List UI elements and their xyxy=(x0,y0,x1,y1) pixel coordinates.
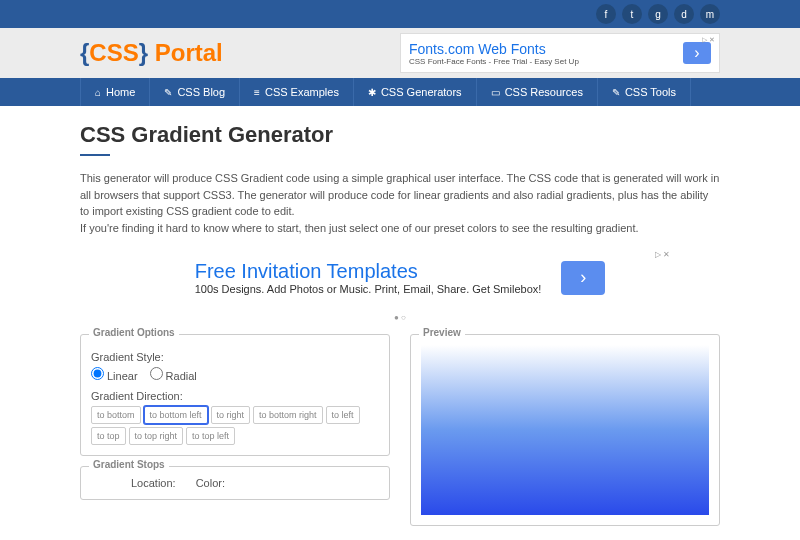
dir-button[interactable]: to bottom right xyxy=(253,406,323,424)
description: This generator will produce CSS Gradient… xyxy=(80,170,720,236)
direction-label: Gradient Direction: xyxy=(91,390,379,402)
panel-title: Gradient Stops xyxy=(89,459,169,470)
nav-resources[interactable]: ▭CSS Resources xyxy=(477,78,598,106)
color-label: Color: xyxy=(196,477,225,489)
dir-button[interactable]: to bottom left xyxy=(144,406,208,424)
direction-grid: to bottom to bottom left to right to bot… xyxy=(91,406,379,445)
facebook-icon[interactable]: f xyxy=(596,4,616,24)
logo[interactable]: {CSS} Portal xyxy=(80,39,223,67)
header: {CSS} Portal Fonts.com Web Fonts CSS Fon… xyxy=(0,28,800,78)
nav-home[interactable]: ⌂Home xyxy=(80,78,150,106)
ad-banner-mid[interactable]: Free Invitation Templates 100s Designs. … xyxy=(80,250,720,305)
main-nav: ⌂Home ✎CSS Blog ≡CSS Examples ✱CSS Gener… xyxy=(0,78,800,106)
pencil-icon: ✎ xyxy=(164,87,172,98)
preview-panel: Preview xyxy=(410,334,720,526)
radial-radio[interactable] xyxy=(150,367,163,380)
radio-radial[interactable]: Radial xyxy=(150,367,197,382)
dir-button[interactable]: to top xyxy=(91,427,126,445)
ad-close-icon[interactable]: ▷ ✕ xyxy=(655,250,670,259)
nav-tools[interactable]: ✎CSS Tools xyxy=(598,78,691,106)
arrow-right-icon[interactable]: › xyxy=(561,261,605,295)
ad-close-icon[interactable]: ▷ ✕ xyxy=(702,36,715,44)
wrench-icon: ✎ xyxy=(612,87,620,98)
ad2-subtitle: 100s Designs. Add Photos or Music. Print… xyxy=(195,283,542,295)
panel-title: Preview xyxy=(419,327,465,338)
title-underline xyxy=(80,154,110,156)
list-icon: ≡ xyxy=(254,87,260,98)
dir-button[interactable]: to top right xyxy=(129,427,184,445)
dribbble-icon[interactable]: d xyxy=(674,4,694,24)
content: CSS Gradient Generator This generator wi… xyxy=(0,106,800,540)
twitter-icon[interactable]: t xyxy=(622,4,642,24)
nav-examples[interactable]: ≡CSS Examples xyxy=(240,78,354,106)
style-label: Gradient Style: xyxy=(91,351,379,363)
ad-title: Fonts.com Web Fonts xyxy=(409,41,579,57)
radio-linear[interactable]: Linear xyxy=(91,367,138,382)
carousel-dots[interactable]: ● ○ xyxy=(80,313,720,322)
gradient-options-panel: Gradient Options Gradient Style: Linear … xyxy=(80,334,390,456)
nav-blog[interactable]: ✎CSS Blog xyxy=(150,78,240,106)
gradient-preview xyxy=(421,345,709,515)
googleplus-icon[interactable]: g xyxy=(648,4,668,24)
dir-button[interactable]: to bottom xyxy=(91,406,141,424)
arrow-right-icon[interactable]: › xyxy=(683,42,711,64)
location-label: Location: xyxy=(131,477,176,489)
dir-button[interactable]: to left xyxy=(326,406,360,424)
ad2-title: Free Invitation Templates xyxy=(195,260,542,283)
nav-generators[interactable]: ✱CSS Generators xyxy=(354,78,477,106)
panel-title: Gradient Options xyxy=(89,327,179,338)
window-icon: ▭ xyxy=(491,87,500,98)
mail-icon[interactable]: m xyxy=(700,4,720,24)
gradient-stops-panel: Gradient Stops Location: Color: xyxy=(80,466,390,500)
page-title: CSS Gradient Generator xyxy=(80,122,720,148)
linear-radio[interactable] xyxy=(91,367,104,380)
gear-icon: ✱ xyxy=(368,87,376,98)
dir-button[interactable]: to right xyxy=(211,406,251,424)
ad-subtitle: CSS Font-Face Fonts - Free Trial - Easy … xyxy=(409,57,579,66)
top-bar: f t g d m xyxy=(0,0,800,28)
dir-button[interactable]: to top left xyxy=(186,427,235,445)
home-icon: ⌂ xyxy=(95,87,101,98)
ad-banner-top[interactable]: Fonts.com Web Fonts CSS Font-Face Fonts … xyxy=(400,33,720,73)
